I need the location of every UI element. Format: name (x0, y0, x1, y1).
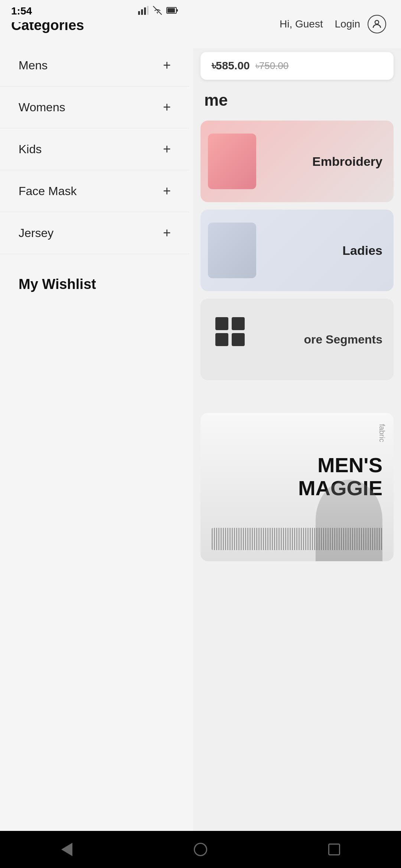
grid-segments-icon (215, 317, 245, 346)
ladies-label: Ladies (342, 243, 382, 258)
drawer-item-womens[interactable]: Womens + (0, 86, 189, 128)
mens-label: Mens (19, 59, 48, 72)
drawer-items-list: Mens + Womens + Kids + Face Mask + Jerse… (0, 37, 189, 262)
brand-label: fabric (378, 424, 386, 442)
wifi-icon (152, 6, 163, 16)
wishlist-heading[interactable]: My Wishlist (0, 262, 189, 300)
promo-card[interactable]: fabric MEN'SMAGGIE (200, 413, 394, 561)
jersey-expand-icon[interactable]: + (163, 225, 171, 241)
ladies-card[interactable]: Ladies (200, 210, 394, 291)
signal-icon (138, 6, 149, 16)
svg-rect-8 (176, 9, 178, 11)
home-button[interactable] (189, 838, 212, 861)
svg-point-0 (375, 20, 379, 24)
womens-expand-icon[interactable]: + (163, 99, 171, 115)
segments-card[interactable]: ore Segments (200, 299, 394, 380)
status-icons (138, 6, 178, 16)
login-text[interactable]: Login (335, 18, 360, 30)
spacer-text (193, 388, 401, 413)
status-time: 1:54 (11, 5, 32, 17)
face-mask-expand-icon[interactable]: + (163, 183, 171, 199)
back-icon (61, 843, 72, 856)
svg-rect-4 (144, 7, 146, 15)
drawer-item-mens[interactable]: Mens + (0, 45, 189, 86)
recents-button[interactable] (323, 838, 345, 861)
navigation-drawer: 1:54 (0, 0, 189, 831)
drawer-content: Categories Mens + Womens + Kids + Face M… (0, 7, 189, 300)
category-cards: Embroidery Ladies ore Segments (193, 113, 401, 388)
jersey-label: Jersey (19, 226, 53, 240)
guest-login-text: Hi, Guest Login (280, 18, 360, 30)
segments-label: ore Segments (304, 333, 382, 346)
mens-expand-icon[interactable]: + (163, 57, 171, 73)
original-price: ৳750.00 (255, 60, 289, 72)
back-button[interactable] (56, 838, 78, 861)
svg-rect-3 (141, 9, 143, 15)
face-mask-label: Face Mask (19, 184, 76, 198)
model-image (316, 480, 382, 561)
drawer-item-jersey[interactable]: Jersey + (0, 212, 189, 254)
home-icon (194, 843, 207, 856)
section-label: me (193, 83, 401, 109)
svg-rect-5 (147, 6, 149, 15)
android-nav-bar (0, 831, 401, 868)
battery-icon (166, 6, 178, 16)
svg-rect-2 (138, 11, 140, 15)
kids-expand-icon[interactable]: + (163, 141, 171, 157)
guest-text: Hi, Guest (280, 18, 323, 30)
current-price: ৳585.00 (212, 59, 250, 72)
recents-icon (328, 844, 340, 855)
embroidery-label: Embroidery (312, 154, 382, 169)
kids-label: Kids (19, 142, 42, 156)
svg-rect-7 (167, 8, 175, 13)
user-avatar-icon[interactable] (368, 15, 386, 33)
right-panel: Hi, Guest Login ৳585.00 ৳750.00 me Embro… (193, 0, 401, 868)
price-badge: ৳585.00 ৳750.00 (200, 52, 394, 80)
status-bar: 1:54 (0, 0, 189, 22)
embroidery-card[interactable]: Embroidery (200, 121, 394, 202)
drawer-item-face-mask[interactable]: Face Mask + (0, 170, 189, 212)
drawer-item-kids[interactable]: Kids + (0, 128, 189, 170)
womens-label: Womens (19, 101, 65, 114)
right-header: Hi, Guest Login (193, 0, 401, 48)
